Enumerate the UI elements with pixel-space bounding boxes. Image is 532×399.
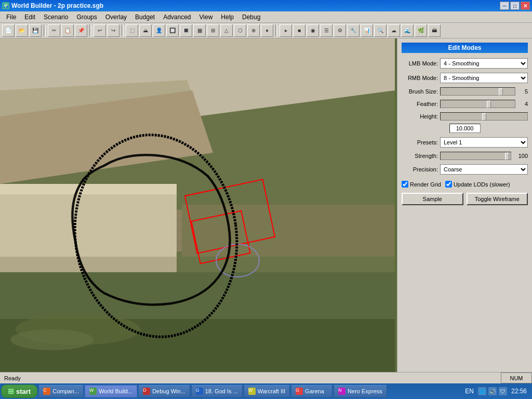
- toolbar-r3[interactable]: ◉: [307, 24, 319, 37]
- close-button[interactable]: ✕: [521, 2, 530, 10]
- precision-row: Precision: Coarse Fine Finest: [402, 164, 528, 175]
- toolbar-sep-3: [122, 25, 124, 36]
- menu-budget[interactable]: Budget: [131, 12, 159, 22]
- toolbar-r11[interactable]: 🌿: [415, 24, 427, 37]
- toolbar-b2[interactable]: 🔳: [180, 24, 192, 37]
- feather-slider[interactable]: [440, 100, 515, 108]
- worldbuilder-icon: W: [89, 388, 97, 395]
- title-bar-left: 🌍 World Builder - 2p practice.sgb: [2, 2, 103, 9]
- brush-size-slider[interactable]: [440, 87, 515, 96]
- update-lods-checkbox[interactable]: [445, 181, 452, 188]
- checkbox-row: Render Grid Update LODs (slower): [402, 181, 528, 188]
- viewport[interactable]: [0, 38, 397, 372]
- svg-rect-13: [182, 205, 395, 257]
- tray-sound: 🔊: [488, 387, 497, 395]
- toolbar-r7[interactable]: 📊: [361, 24, 373, 37]
- svg-rect-14: [0, 257, 177, 272]
- menu-bar: File Edit Scenario Groups Overlay Budget…: [0, 11, 532, 23]
- strength-slider[interactable]: [440, 152, 511, 160]
- toolbar-paste[interactable]: 📌: [75, 24, 87, 37]
- update-lods-label: Update LODs (slower): [454, 181, 510, 188]
- taskbar-companion[interactable]: C Compan...: [38, 385, 84, 397]
- toolbar-r5[interactable]: ⚙: [334, 24, 346, 37]
- height-input[interactable]: 10.000: [449, 124, 481, 133]
- toolbar-copy[interactable]: 📋: [61, 24, 74, 37]
- strength-thumb[interactable]: [505, 153, 509, 160]
- terrain-svg: [0, 38, 395, 372]
- svg-rect-12: [0, 184, 177, 194]
- title-bar: 🌍 World Builder - 2p practice.sgb ─ □ ✕: [0, 0, 532, 11]
- toolbar-new[interactable]: 📄: [2, 24, 15, 37]
- taskbar-nero[interactable]: N Nero Express: [334, 385, 387, 397]
- toolbar-b1[interactable]: 🔲: [166, 24, 179, 37]
- toolbar-open[interactable]: 📂: [16, 24, 28, 37]
- toolbar-r4[interactable]: ☰: [320, 24, 332, 37]
- toolbar-r8[interactable]: 🔍: [374, 24, 387, 37]
- toolbar-r9[interactable]: ☁: [388, 24, 400, 37]
- menu-overlay[interactable]: Overlay: [101, 12, 131, 22]
- toolbar-redo[interactable]: ↪: [107, 24, 119, 37]
- precision-select[interactable]: Coarse Fine Finest: [440, 164, 528, 175]
- toolbar-sep-1: [44, 25, 46, 36]
- menu-file[interactable]: File: [2, 12, 20, 22]
- toolbar-r6[interactable]: 🔧: [347, 24, 360, 37]
- start-button[interactable]: ⊞ start: [1, 384, 37, 398]
- menu-edit[interactable]: Edit: [20, 12, 39, 22]
- feather-thumb[interactable]: [487, 101, 491, 108]
- feather-row: Feather: 4: [402, 100, 528, 108]
- taskbar-god[interactable]: G 18. God Is ...: [191, 385, 243, 397]
- god-icon: G: [196, 388, 203, 395]
- toolbar-save[interactable]: 💾: [29, 24, 42, 37]
- toolbar-b8[interactable]: ♦: [261, 24, 273, 37]
- toolbar-units[interactable]: 👤: [153, 24, 165, 37]
- garena-icon: G: [296, 388, 303, 395]
- minimize-button[interactable]: ─: [500, 2, 509, 10]
- height-thumb[interactable]: [482, 113, 486, 121]
- taskbar-worldbuilder[interactable]: W World Build...: [85, 385, 137, 397]
- clock: 22:56: [509, 388, 529, 395]
- menu-view[interactable]: View: [195, 12, 217, 22]
- presets-label: Presets:: [402, 139, 438, 145]
- god-label: 18. God Is ...: [205, 388, 238, 394]
- toolbar-b5[interactable]: △: [220, 24, 233, 37]
- toolbar-b6[interactable]: ⬡: [234, 24, 246, 37]
- warcraft-icon: W: [248, 388, 256, 395]
- render-grid-checkbox[interactable]: [402, 181, 408, 188]
- toolbar-r2[interactable]: ■: [293, 24, 305, 37]
- sample-button[interactable]: Sample: [402, 193, 463, 205]
- height-slider[interactable]: [440, 112, 528, 121]
- precision-select-wrapper: Coarse Fine Finest: [440, 164, 528, 175]
- app-icon: 🌍: [2, 2, 9, 9]
- menu-help[interactable]: Help: [217, 12, 238, 22]
- toolbar-r12[interactable]: 🏔: [428, 24, 441, 37]
- taskbar-right: EN 🌐 🔊 🛡 22:56: [463, 387, 531, 395]
- toolbar-select[interactable]: ⬚: [126, 24, 138, 37]
- brush-size-thumb[interactable]: [499, 88, 503, 96]
- menu-scenario[interactable]: Scenario: [39, 12, 72, 22]
- rmb-mode-select[interactable]: 8 - Smoothing 6 - Raise/Lower 7 - Flatte…: [440, 73, 528, 83]
- toolbar-sep-2: [89, 25, 91, 36]
- toolbar-terrain[interactable]: ⛰: [139, 24, 152, 37]
- toolbar-r10[interactable]: 🌊: [401, 24, 414, 37]
- presets-select[interactable]: Level 1 Level 2 Level 3: [440, 137, 528, 148]
- toolbar-r1[interactable]: ▸: [280, 24, 292, 37]
- debug-label: Debug Win...: [152, 388, 185, 394]
- taskbar-warcraft[interactable]: W Warcraft III: [244, 385, 290, 397]
- menu-groups[interactable]: Groups: [72, 12, 101, 22]
- toolbar-undo[interactable]: ↩: [94, 24, 106, 37]
- title-bar-controls[interactable]: ─ □ ✕: [500, 2, 530, 10]
- maximize-button[interactable]: □: [510, 2, 520, 10]
- brush-size-row: Brush Size: 5: [402, 87, 528, 96]
- feather-value: 4: [517, 101, 528, 107]
- menu-debug[interactable]: Debug: [238, 12, 264, 22]
- debug-icon: D: [143, 388, 150, 395]
- toolbar-cut[interactable]: ✂: [48, 24, 60, 37]
- wireframe-button[interactable]: Toggle Wireframe: [467, 193, 528, 205]
- toolbar-b4[interactable]: ⊞: [207, 24, 219, 37]
- taskbar-garena[interactable]: G Garena: [291, 385, 332, 397]
- toolbar-b3[interactable]: ▦: [193, 24, 206, 37]
- menu-advanced[interactable]: Advanced: [159, 12, 195, 22]
- toolbar-b7[interactable]: ⊕: [247, 24, 260, 37]
- lmb-mode-select[interactable]: 4 - Smoothing 1 - Raise/Lower 2 - Flatte…: [440, 58, 528, 69]
- taskbar-debug[interactable]: D Debug Win...: [138, 385, 190, 397]
